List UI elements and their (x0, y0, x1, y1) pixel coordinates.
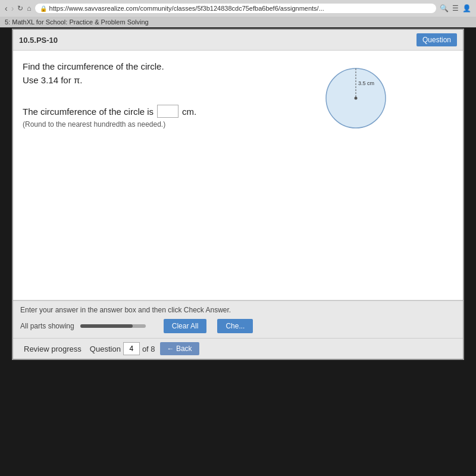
url-text: https://www.savvasrealize.com/community/… (49, 5, 324, 12)
tab-title: 5: MathXL for School: Practice & Problem… (5, 18, 149, 26)
home-icon[interactable]: ⌂ (27, 4, 31, 12)
forward-icon: › (11, 4, 14, 13)
question-id-label: 10.5.PS-10 (19, 36, 58, 45)
question-button[interactable]: Question (416, 33, 457, 46)
search-icon[interactable]: 🔍 (440, 4, 449, 12)
question-label-bar: 10.5.PS-10 Question (13, 30, 463, 51)
question-number-input[interactable] (123, 342, 140, 355)
question-nav-label: Question (90, 345, 121, 353)
progress-bar (80, 324, 146, 328)
main-content: Find the circumference of the circle. Us… (13, 51, 463, 300)
nav-bar: Review progress Question of 8 ← Back (13, 338, 463, 359)
instruction-line2: Use 3.14 for π. (23, 74, 213, 87)
bottom-bar: Enter your answer in the answer box and … (13, 300, 463, 338)
circle-svg: 3.5 cm (320, 62, 392, 134)
back-icon[interactable]: ‹ (5, 4, 8, 13)
progress-bar-fill (80, 324, 133, 328)
dark-background (0, 360, 476, 476)
svg-point-2 (355, 97, 358, 100)
question-nav: Question of 8 (90, 342, 155, 355)
menu-icon[interactable]: ☰ (452, 4, 459, 12)
answer-suffix: cm. (182, 107, 196, 117)
laptop-screen: 10.5.PS-10 Question Find the circumferen… (12, 29, 464, 360)
instruction-line1: Find the circumference of the circle. (23, 60, 213, 74)
back-button[interactable]: ← Back (160, 342, 199, 355)
browser-tab-bar: 5: MathXL for School: Practice & Problem… (0, 17, 476, 27)
refresh-icon[interactable]: ↻ (17, 4, 23, 12)
of-label: of 8 (142, 345, 155, 353)
review-progress-button[interactable]: Review progress (20, 343, 85, 355)
check-answer-button[interactable]: Che... (217, 319, 253, 333)
profile-icon[interactable]: 👤 (462, 4, 471, 12)
answer-prefix: The circumference of the circle is (23, 107, 154, 117)
parts-label: All parts showing (20, 322, 74, 330)
circumference-input[interactable] (157, 105, 178, 118)
clear-all-button[interactable]: Clear All (164, 319, 207, 333)
parts-row: All parts showing Clear All Che... (20, 319, 456, 333)
browser-chrome: ‹ › ↻ ⌂ 🔒 https://www.savvasrealize.com/… (0, 0, 476, 17)
problem-text: Find the circumference of the circle. Us… (23, 60, 213, 87)
svg-text:3.5 cm: 3.5 cm (358, 80, 374, 86)
instruction-text: Enter your answer in the answer box and … (20, 306, 456, 314)
circle-diagram: 3.5 cm (320, 62, 392, 134)
url-bar[interactable]: 🔒 https://www.savvasrealize.com/communit… (35, 4, 436, 13)
lock-icon: 🔒 (40, 5, 47, 12)
